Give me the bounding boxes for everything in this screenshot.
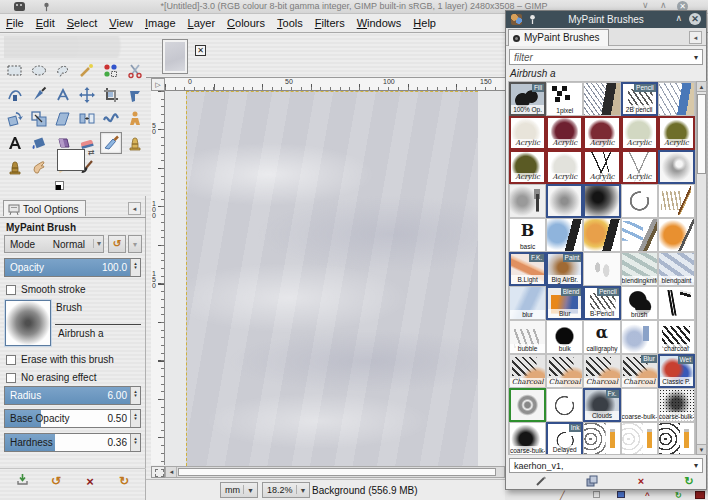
tool-scissors-select[interactable] bbox=[124, 60, 146, 82]
spinner-buttons[interactable]: ▴▾ bbox=[130, 259, 140, 276]
tab-tool-options[interactable]: Tool Options bbox=[3, 200, 86, 216]
scrollbar-thumb[interactable] bbox=[697, 94, 706, 174]
ruler-origin-button[interactable]: ▷ bbox=[151, 78, 165, 91]
brush-item-2b-pencil[interactable]: Pencil2B pencil bbox=[621, 82, 658, 116]
tool-cage-transform[interactable] bbox=[124, 108, 146, 130]
brush-item-classic-p-[interactable]: WetClassic P. bbox=[658, 354, 695, 388]
tool-free-select[interactable] bbox=[52, 60, 74, 82]
horizontal-scrollbar[interactable]: ◂ bbox=[165, 466, 505, 478]
brush-item-calligraphy[interactable]: αcalligraphy bbox=[583, 320, 620, 354]
zoom-dropdown[interactable]: 18.2%▼ bbox=[262, 482, 310, 498]
brush-item[interactable] bbox=[621, 184, 658, 218]
tool-clone[interactable] bbox=[124, 132, 146, 154]
hardness-slider[interactable]: Hardness 0.36 ▴▾ bbox=[4, 433, 141, 452]
mode-reset-button[interactable]: ↺ bbox=[108, 235, 126, 253]
reset-tool-options-button[interactable]: ↻ bbox=[112, 473, 136, 491]
spinner-buttons[interactable]: ▴▾ bbox=[130, 387, 140, 404]
brush-item[interactable] bbox=[658, 184, 695, 218]
brush-item[interactable] bbox=[583, 252, 620, 286]
brush-item-b-pencil[interactable]: PencilB-Pencil bbox=[583, 286, 620, 320]
menu-colours[interactable]: Colours bbox=[221, 14, 271, 29]
delete-tool-preset-button[interactable]: × bbox=[78, 473, 102, 491]
brush-item-coarse-bulk-1[interactable]: coarse-bulk-1 bbox=[621, 388, 658, 422]
canvas-image[interactable] bbox=[186, 91, 478, 466]
brush-item-1pixel[interactable]: 1pixel bbox=[546, 82, 583, 116]
brush-item[interactable] bbox=[621, 218, 658, 252]
brush-item-acrylic[interactable]: Acrylic bbox=[509, 150, 546, 184]
tab-menu-button[interactable]: ◂ bbox=[689, 31, 702, 44]
brush-item-acrylic[interactable]: Acrylic bbox=[621, 150, 658, 184]
tool-flip[interactable] bbox=[76, 108, 98, 130]
brush-item-bubble[interactable]: bubble bbox=[509, 320, 546, 354]
dialog-title-bar[interactable]: MyPaint Brushes ∧ ✕ bbox=[506, 11, 706, 28]
scrollbar-thumb[interactable] bbox=[178, 468, 496, 476]
tool-measure[interactable] bbox=[52, 84, 74, 106]
brush-item[interactable] bbox=[583, 184, 620, 218]
menu-layer[interactable]: Layer bbox=[182, 14, 222, 29]
tool-heal[interactable] bbox=[4, 156, 26, 178]
tool-text[interactable] bbox=[4, 132, 26, 154]
menu-view[interactable]: View bbox=[103, 14, 139, 29]
brush-item[interactable] bbox=[509, 388, 546, 422]
brush-item[interactable] bbox=[509, 184, 546, 218]
smooth-stroke-checkbox[interactable]: Smooth stroke bbox=[6, 284, 85, 295]
horizontal-ruler[interactable]: 050100150 bbox=[165, 78, 508, 91]
brush-item[interactable] bbox=[658, 82, 695, 116]
canvas-viewport[interactable] bbox=[165, 91, 505, 466]
scroll-down-icon[interactable]: ▼ bbox=[697, 444, 706, 454]
brush-item-coarse-bulk-3[interactable]: coarse-bulk-3 bbox=[509, 422, 546, 455]
menu-windows[interactable]: Windows bbox=[351, 14, 408, 29]
preset-dropdown[interactable]: kaerhon_v1, ▾ bbox=[509, 458, 703, 473]
tool-scale[interactable] bbox=[28, 108, 50, 130]
dialog-close-button[interactable]: ✕ bbox=[689, 13, 701, 25]
panel-collapse-button[interactable]: ◂ bbox=[128, 202, 141, 215]
brush-item[interactable] bbox=[583, 218, 620, 252]
brush-item-charcoal[interactable]: charcoal bbox=[658, 320, 695, 354]
brush-item[interactable] bbox=[658, 286, 695, 320]
brush-item-acrylic[interactable]: Acrylic bbox=[621, 116, 658, 150]
save-tool-preset-button[interactable] bbox=[10, 473, 34, 491]
default-colors-icon[interactable] bbox=[55, 181, 64, 190]
brush-item[interactable] bbox=[546, 388, 583, 422]
brush-item[interactable] bbox=[583, 422, 620, 455]
swap-colors-icon[interactable]: ⇄ bbox=[88, 148, 95, 157]
brush-item-blendpaint[interactable]: blendpaint bbox=[658, 252, 695, 286]
menu-filters[interactable]: Filters bbox=[309, 14, 351, 29]
delete-brush-button[interactable]: × bbox=[630, 475, 652, 489]
opacity-slider[interactable]: Opacity 100.0 ▴▾ bbox=[4, 258, 141, 277]
brush-item[interactable] bbox=[583, 82, 620, 116]
menu-image[interactable]: Image bbox=[139, 14, 182, 29]
tool-ellipse-select[interactable] bbox=[28, 60, 50, 82]
tab-mypaint-brushes[interactable]: MyPaint Brushes bbox=[508, 29, 609, 46]
tool-shear[interactable] bbox=[52, 108, 74, 130]
brush-item-blur[interactable]: BlendBlur bbox=[546, 286, 583, 320]
brush-item-brush[interactable]: brush bbox=[621, 286, 658, 320]
brush-item-acrylic[interactable]: Acrylic bbox=[583, 116, 620, 150]
brush-item[interactable] bbox=[621, 320, 658, 354]
tool-mypaint-brush[interactable] bbox=[100, 132, 122, 154]
quick-mask-toggle[interactable] bbox=[151, 466, 165, 478]
brush-preview[interactable] bbox=[5, 300, 51, 346]
mode-options-dropdown[interactable]: ▾ bbox=[128, 235, 142, 253]
radius-slider[interactable]: Radius 6.00 ▴▾ bbox=[4, 386, 141, 405]
spinner-buttons[interactable]: ▴▾ bbox=[130, 410, 140, 427]
tool-ink[interactable] bbox=[28, 84, 50, 106]
scroll-left-icon[interactable]: ◂ bbox=[167, 467, 177, 477]
brush-item-blur[interactable]: blur bbox=[509, 286, 546, 320]
brush-item-basic[interactable]: Bbasic bbox=[509, 218, 546, 252]
mode-dropdown[interactable]: Mode Normal ▾ bbox=[4, 235, 104, 253]
image-tab[interactable] bbox=[162, 39, 188, 74]
brush-item-acrylic[interactable]: Acrylic bbox=[509, 116, 546, 150]
brush-item-100-op-[interactable]: Fill100% Op. bbox=[509, 82, 546, 116]
brush-item[interactable] bbox=[658, 422, 695, 455]
brush-item-clouds[interactable]: Fx.Clouds bbox=[583, 388, 620, 422]
brush-item-acrylic[interactable]: Acrylic bbox=[658, 116, 695, 150]
tool-bucket-fill[interactable] bbox=[28, 132, 50, 154]
restore-tool-preset-button[interactable]: ↺ bbox=[44, 473, 68, 491]
menu-tools[interactable]: Tools bbox=[271, 14, 309, 29]
brush-item-b-light[interactable]: F.K.B.Light bbox=[509, 252, 546, 286]
edit-brush-button[interactable] bbox=[530, 475, 552, 489]
spinner-buttons[interactable]: ▴▾ bbox=[130, 434, 140, 451]
vertical-ruler[interactable]: 5 01 0 01 5 0 bbox=[151, 91, 165, 465]
brush-item[interactable] bbox=[658, 218, 695, 252]
